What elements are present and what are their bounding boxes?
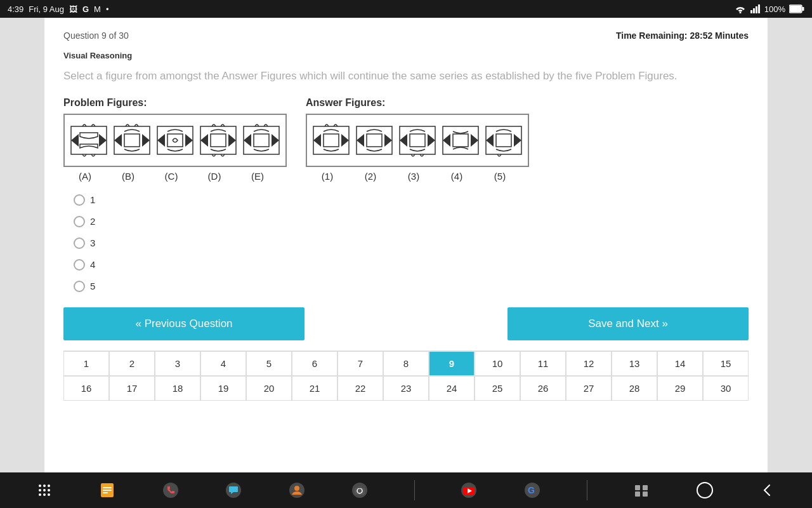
radio-option-3[interactable] <box>74 237 85 249</box>
grid-cell-6[interactable]: 6 <box>292 351 337 376</box>
figure-d <box>197 119 240 162</box>
svg-marker-40 <box>443 134 450 147</box>
radio-option-5[interactable] <box>74 281 85 292</box>
grid-cell-24[interactable]: 24 <box>429 376 475 401</box>
figures-section: Problem Figures: <box>63 97 749 182</box>
grid-cell-11[interactable]: 11 <box>520 351 566 376</box>
grid-cell-19[interactable]: 19 <box>200 376 246 401</box>
radio-option-1[interactable] <box>74 194 85 206</box>
menu-button[interactable] <box>632 481 650 499</box>
grid-cell-7[interactable]: 7 <box>337 351 383 376</box>
grid-cell-16[interactable]: 16 <box>63 376 109 401</box>
svg-rect-22 <box>211 134 226 147</box>
grid-cell-26[interactable]: 26 <box>520 376 566 401</box>
grid-cell-10[interactable]: 10 <box>475 351 520 376</box>
grid-cell-18[interactable]: 18 <box>155 376 200 401</box>
answer-figures-group: Answer Figures: <box>306 97 529 182</box>
svg-point-50 <box>39 489 41 491</box>
status-left: 4:39 Fri, 9 Aug 🖼 G M • <box>8 4 108 14</box>
home-circle <box>697 482 713 498</box>
grid-cell-17[interactable]: 17 <box>109 376 155 401</box>
option-label-1: 1 <box>90 194 95 205</box>
option-row-5[interactable]: 5 <box>74 281 749 292</box>
grid-cell-8[interactable]: 8 <box>383 351 429 376</box>
fig-label-4: (4) <box>435 171 478 182</box>
svg-point-48 <box>43 485 46 487</box>
option-row-1[interactable]: 1 <box>74 194 749 206</box>
option-row-2[interactable]: 2 <box>74 216 749 227</box>
svg-rect-7 <box>802 7 804 11</box>
google-icon[interactable]: G <box>523 481 541 499</box>
grid-cell-27[interactable]: 27 <box>566 376 612 401</box>
grid-cell-13[interactable]: 13 <box>612 351 657 376</box>
svg-marker-20 <box>200 134 208 147</box>
prev-button[interactable]: « Previous Question <box>63 307 304 340</box>
messaging-icon[interactable] <box>225 481 242 499</box>
grid-cell-25[interactable]: 25 <box>475 376 520 401</box>
grid-cell-12[interactable]: 12 <box>566 351 612 376</box>
svg-rect-4 <box>758 4 760 13</box>
options-section: 1 2 3 4 5 <box>74 194 749 292</box>
wifi-icon <box>734 4 747 13</box>
svg-rect-1 <box>750 10 752 13</box>
grid-cell-20[interactable]: 20 <box>246 376 292 401</box>
fig-label-a: (A) <box>63 171 107 182</box>
grid-cell-4[interactable]: 4 <box>200 351 246 376</box>
apps-icon[interactable] <box>36 481 53 499</box>
grid-cell-3[interactable]: 3 <box>155 351 200 376</box>
problem-figure-labels: (A) (B) (C) (D) (E) <box>63 167 287 182</box>
svg-marker-24 <box>244 134 251 147</box>
time-remaining: Time Remaining: 28:52 Minutes <box>616 30 749 41</box>
contacts-icon[interactable] <box>288 481 306 499</box>
figure-c <box>154 119 197 162</box>
camera-icon[interactable] <box>351 481 369 499</box>
grid-cell-28[interactable]: 28 <box>612 376 657 401</box>
svg-point-0 <box>739 12 741 14</box>
grid-cell-22[interactable]: 22 <box>337 376 383 401</box>
android-divider <box>414 480 415 500</box>
radio-option-4[interactable] <box>74 259 85 271</box>
answer-figure-5[interactable] <box>482 119 525 162</box>
svg-rect-59 <box>103 492 108 493</box>
svg-marker-33 <box>384 134 392 147</box>
content-card: Question 9 of 30 Time Remaining: 28:52 M… <box>44 18 768 472</box>
files-icon[interactable] <box>98 481 116 499</box>
svg-point-63 <box>294 486 299 491</box>
svg-rect-14 <box>124 134 140 147</box>
fig-label-b: (B) <box>107 171 150 182</box>
grid-cell-23[interactable]: 23 <box>383 376 429 401</box>
svg-rect-75 <box>635 491 640 497</box>
svg-point-60 <box>163 483 178 498</box>
svg-rect-67 <box>358 486 362 488</box>
youtube-icon[interactable] <box>460 481 478 499</box>
radio-option-2[interactable] <box>74 216 85 227</box>
svg-text:G: G <box>528 485 535 495</box>
home-button[interactable] <box>696 481 714 499</box>
answer-figure-2[interactable] <box>353 119 396 162</box>
answer-figure-labels: (1) (2) (3) (4) (5) <box>306 167 529 182</box>
grid-cell-29[interactable]: 29 <box>657 376 703 401</box>
grid-cell-2[interactable]: 2 <box>109 351 155 376</box>
answer-figure-1[interactable] <box>310 119 353 162</box>
grid-cell-5[interactable]: 5 <box>246 351 292 376</box>
answer-figure-4[interactable] <box>439 119 482 162</box>
subject-label: Visual Reasoning <box>63 51 749 60</box>
android-divider-2 <box>587 480 587 500</box>
svg-rect-34 <box>367 134 382 147</box>
grid-row-1: 1 2 3 4 5 6 7 8 9 10 11 12 13 14 15 <box>63 351 749 376</box>
svg-rect-46 <box>496 134 511 147</box>
grid-cell-21[interactable]: 21 <box>292 376 337 401</box>
grid-cell-15[interactable]: 15 <box>703 351 749 376</box>
phone-icon[interactable] <box>162 481 180 499</box>
option-row-3[interactable]: 3 <box>74 237 749 249</box>
answer-figure-3[interactable] <box>396 119 439 162</box>
option-row-4[interactable]: 4 <box>74 259 749 271</box>
g-icon: G <box>82 4 89 14</box>
grid-cell-14[interactable]: 14 <box>657 351 703 376</box>
grid-cell-30[interactable]: 30 <box>703 376 749 401</box>
svg-rect-73 <box>635 485 640 490</box>
grid-cell-9[interactable]: 9 <box>429 351 475 376</box>
back-button[interactable] <box>759 481 776 499</box>
grid-cell-1[interactable]: 1 <box>63 351 109 376</box>
next-button[interactable]: Save and Next » <box>508 307 749 340</box>
